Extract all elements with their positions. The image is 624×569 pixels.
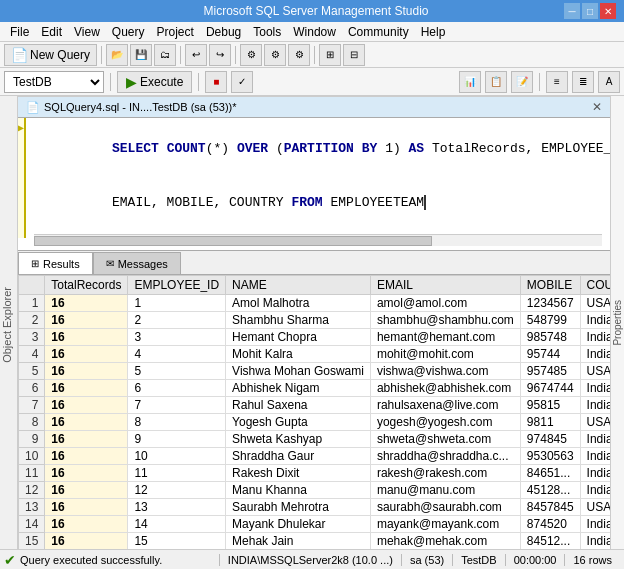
toolbar-btn3[interactable]: ⚙: [288, 44, 310, 66]
comment-btn[interactable]: A: [598, 71, 620, 93]
maximize-button[interactable]: □: [582, 3, 598, 19]
table-cell: 16: [45, 482, 128, 499]
parse-btn[interactable]: ✓: [231, 71, 253, 93]
query-tab-close[interactable]: ✕: [592, 100, 602, 114]
results-tabs: ⊞ Results ✉ Messages: [18, 251, 610, 275]
table-cell: 16: [45, 295, 128, 312]
table-cell: 84512...: [520, 533, 580, 550]
toolbar: 📄 New Query 📂 💾 🗂 ↩ ↪ ⚙ ⚙ ⚙ ⊞ ⊟: [0, 42, 624, 68]
table-cell: 1: [128, 295, 226, 312]
col-header-email[interactable]: EMAIL: [370, 276, 520, 295]
row-number: 15: [19, 533, 45, 550]
results-to-file-btn[interactable]: 📋: [485, 71, 507, 93]
database-select[interactable]: TestDB: [4, 71, 104, 93]
menu-tools[interactable]: Tools: [247, 22, 287, 41]
menu-window[interactable]: Window: [287, 22, 342, 41]
toolbar-separator-3: [235, 46, 236, 64]
row-number: 13: [19, 499, 45, 516]
table-cell: 16: [45, 465, 128, 482]
table-cell: abhishek@abhishek.com: [370, 380, 520, 397]
table-row: 6166Abhishek Nigamabhishek@abhishek.com9…: [19, 380, 611, 397]
minimize-button[interactable]: ─: [564, 3, 580, 19]
toolbar-open-btn[interactable]: 📂: [106, 44, 128, 66]
new-query-button[interactable]: 📄 New Query: [4, 44, 97, 66]
stop-btn[interactable]: ■: [205, 71, 227, 93]
table-row: 7167Rahul Saxenarahulsaxena@live.com9581…: [19, 397, 611, 414]
query-tab: 📄 SQLQuery4.sql - IN....TestDB (sa (53))…: [18, 96, 610, 118]
menu-project[interactable]: Project: [151, 22, 200, 41]
table-cell: shraddha@shraddha.c...: [370, 448, 520, 465]
results-table-container[interactable]: TotalRecords EMPLOYEE_ID NAME EMAIL MOBI…: [18, 275, 610, 549]
line-indicator: [18, 118, 26, 238]
table-cell: India: [580, 312, 610, 329]
col-header-country[interactable]: COUNTRY: [580, 276, 610, 295]
results-to-text-btn[interactable]: 📝: [511, 71, 533, 93]
properties-sidebar[interactable]: Properties: [610, 96, 624, 549]
col-header-mobile[interactable]: MOBILE: [520, 276, 580, 295]
results-tab-label: Results: [43, 258, 80, 270]
table-cell: 874520: [520, 516, 580, 533]
toolbar-btn5[interactable]: ⊟: [343, 44, 365, 66]
results-tab-icon: ⊞: [31, 258, 39, 269]
table-cell: 16: [45, 346, 128, 363]
table-cell: Shraddha Gaur: [226, 448, 371, 465]
menu-community[interactable]: Community: [342, 22, 415, 41]
toolbar-save-btn[interactable]: 💾: [130, 44, 152, 66]
editor-scroll-thumb[interactable]: [34, 236, 432, 246]
menu-file[interactable]: File: [4, 22, 35, 41]
table-cell: mayank@mayank.com: [370, 516, 520, 533]
tab-results[interactable]: ⊞ Results: [18, 252, 93, 274]
table-cell: 985748: [520, 329, 580, 346]
table-cell: 15: [128, 533, 226, 550]
table-cell: 16: [45, 516, 128, 533]
indent-btn[interactable]: ≡: [546, 71, 568, 93]
table-row: 131613Saurabh Mehrotrasaurabh@saurabh.co…: [19, 499, 611, 516]
results-table: TotalRecords EMPLOYEE_ID NAME EMAIL MOBI…: [18, 275, 610, 549]
col-header-name[interactable]: NAME: [226, 276, 371, 295]
status-login: sa (53): [402, 554, 453, 566]
toolbar-save-all-btn[interactable]: 🗂: [154, 44, 176, 66]
toolbar-redo-btn[interactable]: ↪: [209, 44, 231, 66]
tab-messages[interactable]: ✉ Messages: [93, 252, 181, 274]
menu-edit[interactable]: Edit: [35, 22, 68, 41]
table-cell: India: [580, 346, 610, 363]
table-cell: 7: [128, 397, 226, 414]
close-button[interactable]: ✕: [600, 3, 616, 19]
table-cell: 5: [128, 363, 226, 380]
col-header-totalrecords[interactable]: TotalRecords: [45, 276, 128, 295]
menu-debug[interactable]: Debug: [200, 22, 247, 41]
table-row: 2162Shambhu Sharmashambhu@shambhu.com548…: [19, 312, 611, 329]
menu-view[interactable]: View: [68, 22, 106, 41]
toolbar-undo-btn[interactable]: ↩: [185, 44, 207, 66]
table-header: TotalRecords EMPLOYEE_ID NAME EMAIL MOBI…: [19, 276, 611, 295]
toolbar-separator-2: [180, 46, 181, 64]
status-database: TestDB: [453, 554, 505, 566]
menu-query[interactable]: Query: [106, 22, 151, 41]
table-cell: 9811: [520, 414, 580, 431]
table-row: 151615Mehak Jainmehak@mehak.com84512...I…: [19, 533, 611, 550]
toolbar-btn1[interactable]: ⚙: [240, 44, 262, 66]
menu-help[interactable]: Help: [415, 22, 452, 41]
results-btn[interactable]: 📊: [459, 71, 481, 93]
query-tab-title[interactable]: SQLQuery4.sql - IN....TestDB (sa (53))*: [44, 101, 237, 113]
table-row: 1161Amol Malhotraamol@amol.com1234567USA: [19, 295, 611, 312]
row-number: 7: [19, 397, 45, 414]
menu-bar: File Edit View Query Project Debug Tools…: [0, 22, 624, 42]
toolbar-btn2[interactable]: ⚙: [264, 44, 286, 66]
toolbar-btn4[interactable]: ⊞: [319, 44, 341, 66]
table-cell: Rakesh Dixit: [226, 465, 371, 482]
status-server: INDIA\MSSQLServer2k8 (10.0 ...): [220, 554, 402, 566]
table-cell: USA: [580, 295, 610, 312]
table-cell: vishwa@vishwa.com: [370, 363, 520, 380]
sql-editor[interactable]: ▶ SELECT COUNT(*) OVER (PARTITION BY 1) …: [18, 118, 610, 251]
table-cell: Saurabh Mehrotra: [226, 499, 371, 516]
table-row: 121612Manu Khannamanu@manu.com45128...In…: [19, 482, 611, 499]
table-cell: 10: [128, 448, 226, 465]
properties-label: Properties: [612, 300, 623, 346]
editor-horizontal-scrollbar[interactable]: [34, 234, 602, 246]
outdent-btn[interactable]: ≣: [572, 71, 594, 93]
table-cell: 3: [128, 329, 226, 346]
execute-button[interactable]: ▶ Execute: [117, 71, 192, 93]
col-header-employeeid[interactable]: EMPLOYEE_ID: [128, 276, 226, 295]
table-cell: India: [580, 482, 610, 499]
